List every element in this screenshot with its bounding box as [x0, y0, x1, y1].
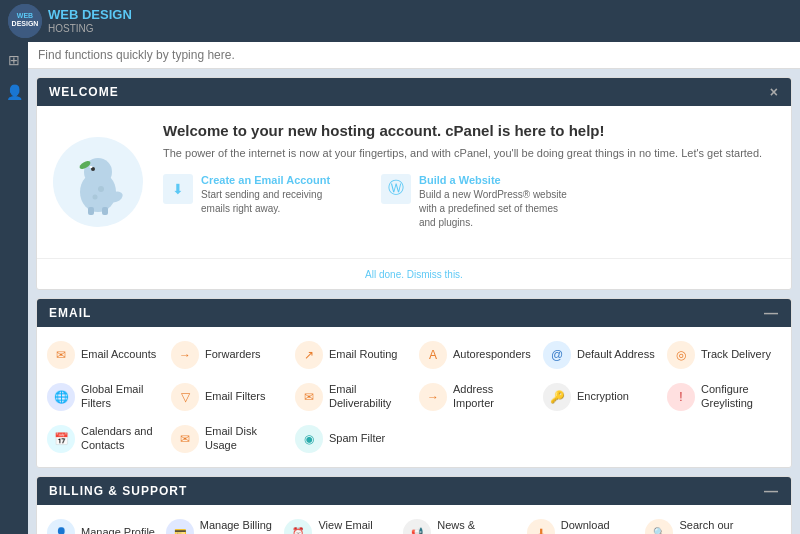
sidebar-grid-icon[interactable]: ⊞: [8, 52, 20, 68]
feature-icon: @: [543, 341, 571, 369]
logo-icon: WEB DESIGN: [8, 4, 42, 38]
billing-item[interactable]: 💳 Manage Billing Information: [164, 515, 277, 535]
feature-icon: →: [419, 383, 447, 411]
action-email-desc: Start sending and receiving emails right…: [201, 188, 351, 216]
feature-icon: !: [667, 383, 695, 411]
content-area: WELCOME ×: [28, 42, 800, 534]
feature-label: Manage Billing Information: [200, 519, 275, 534]
welcome-subtext: The power of the internet is now at your…: [163, 145, 775, 162]
action-website-icon: Ⓦ: [381, 174, 411, 204]
scrollable-content: WELCOME ×: [28, 69, 800, 534]
svg-point-12: [98, 186, 104, 192]
feature-label: Forwarders: [205, 348, 261, 361]
action-email-title[interactable]: Create an Email Account: [201, 174, 351, 186]
email-section-title: EMAIL: [49, 306, 91, 320]
feature-label: Email Deliverability: [329, 383, 409, 409]
feature-icon: ◉: [295, 425, 323, 453]
svg-point-13: [93, 194, 98, 199]
welcome-section: WELCOME ×: [36, 77, 792, 290]
welcome-heading: Welcome to your new hosting account. cPa…: [163, 122, 775, 139]
svg-rect-9: [102, 207, 108, 215]
email-item[interactable]: ◎ Track Delivery: [665, 337, 783, 373]
search-input[interactable]: [38, 48, 790, 62]
main-layout: ⊞ 👤 WELCOME ×: [0, 42, 800, 534]
svg-point-6: [90, 166, 93, 168]
feature-label: Default Address: [577, 348, 655, 361]
feature-label: Calendars and Contacts: [81, 425, 161, 451]
billing-item[interactable]: ⬇ Download Resources: [525, 515, 638, 535]
dismiss-bar: All done. Dismiss this.: [37, 258, 791, 289]
billing-item[interactable]: 🔍 Search our Knowledgebase: [643, 515, 783, 535]
feature-label: Address Importer: [453, 383, 533, 409]
action-website-desc: Build a new WordPress® website with a pr…: [419, 188, 569, 230]
billing-item[interactable]: 📢 News & Announcements: [401, 515, 519, 535]
svg-text:DESIGN: DESIGN: [12, 20, 39, 27]
email-item[interactable]: 🌐 Global Email Filters: [45, 379, 163, 415]
email-section: EMAIL — ✉ Email Accounts → Forwarders ↗ …: [36, 298, 792, 468]
sidebar: ⊞ 👤: [0, 42, 28, 534]
billing-item[interactable]: ⏰ View Email History: [282, 515, 395, 535]
billing-section-minimize[interactable]: —: [764, 483, 779, 499]
welcome-actions: ⬇ Create an Email Account Start sending …: [163, 174, 775, 242]
action-email-text: Create an Email Account Start sending an…: [201, 174, 351, 228]
dismiss-link[interactable]: All done. Dismiss this.: [365, 269, 463, 280]
feature-icon: 🔑: [543, 383, 571, 411]
feature-icon: ✉: [171, 425, 199, 453]
feature-icon: ✉: [295, 383, 323, 411]
email-item[interactable]: A Autoresponders: [417, 337, 535, 373]
feature-label: Download Resources: [561, 519, 636, 534]
email-item[interactable]: ✉ Email Deliverability: [293, 379, 411, 415]
email-item[interactable]: ! Configure Greylisting: [665, 379, 783, 415]
dino-illustration: [53, 137, 143, 227]
feature-label: Spam Filter: [329, 432, 385, 445]
feature-icon: ⬇: [527, 519, 555, 535]
email-item[interactable]: 🔑 Encryption: [541, 379, 659, 415]
billing-section: BILLING & SUPPORT — 👤 Manage Profile 💳 M…: [36, 476, 792, 535]
search-bar: [28, 42, 800, 69]
email-section-minimize[interactable]: —: [764, 305, 779, 321]
feature-label: Email Filters: [205, 390, 266, 403]
feature-label: Email Disk Usage: [205, 425, 285, 451]
feature-icon: 🌐: [47, 383, 75, 411]
email-item[interactable]: @ Default Address: [541, 337, 659, 373]
welcome-text-block: Welcome to your new hosting account. cPa…: [163, 122, 775, 242]
feature-label: Email Accounts: [81, 348, 156, 361]
feature-label: Email Routing: [329, 348, 397, 361]
feature-icon: 🔍: [645, 519, 673, 535]
feature-icon: A: [419, 341, 447, 369]
email-item[interactable]: ✉ Email Accounts: [45, 337, 163, 373]
feature-label: Encryption: [577, 390, 629, 403]
billing-item[interactable]: 👤 Manage Profile: [45, 515, 158, 535]
action-website: Ⓦ Build a Website Build a new WordPress®…: [381, 174, 569, 242]
feature-icon: 👤: [47, 519, 75, 535]
welcome-close-button[interactable]: ×: [770, 84, 779, 100]
feature-icon: ◎: [667, 341, 695, 369]
welcome-title: WELCOME: [49, 85, 119, 99]
welcome-body: Welcome to your new hosting account. cPa…: [37, 106, 791, 258]
action-email: ⬇ Create an Email Account Start sending …: [163, 174, 351, 242]
feature-icon: ⏰: [284, 519, 312, 535]
email-item[interactable]: → Forwarders: [169, 337, 287, 373]
welcome-header: WELCOME ×: [37, 78, 791, 106]
feature-label: Global Email Filters: [81, 383, 161, 409]
feature-label: Autoresponders: [453, 348, 531, 361]
feature-label: Configure Greylisting: [701, 383, 781, 409]
email-item[interactable]: ✉ Email Disk Usage: [169, 421, 287, 457]
action-website-title[interactable]: Build a Website: [419, 174, 569, 186]
email-item[interactable]: ◉ Spam Filter: [293, 421, 411, 457]
feature-icon: ✉: [47, 341, 75, 369]
feature-label: Search our Knowledgebase: [679, 519, 781, 534]
email-item[interactable]: 📅 Calendars and Contacts: [45, 421, 163, 457]
email-item[interactable]: → Address Importer: [417, 379, 535, 415]
feature-label: News & Announcements: [437, 519, 517, 534]
logo-text: WEB DESIGN HOSTING: [48, 7, 132, 35]
billing-grid: 👤 Manage Profile 💳 Manage Billing Inform…: [37, 505, 791, 535]
email-section-header: EMAIL —: [37, 299, 791, 327]
sidebar-user-icon[interactable]: 👤: [6, 84, 23, 100]
email-item[interactable]: ↗ Email Routing: [293, 337, 411, 373]
email-item[interactable]: ▽ Email Filters: [169, 379, 287, 415]
logo-area: WEB DESIGN WEB DESIGN HOSTING: [8, 4, 132, 38]
svg-rect-8: [88, 207, 94, 215]
feature-icon: →: [171, 341, 199, 369]
feature-label: View Email History: [318, 519, 393, 534]
